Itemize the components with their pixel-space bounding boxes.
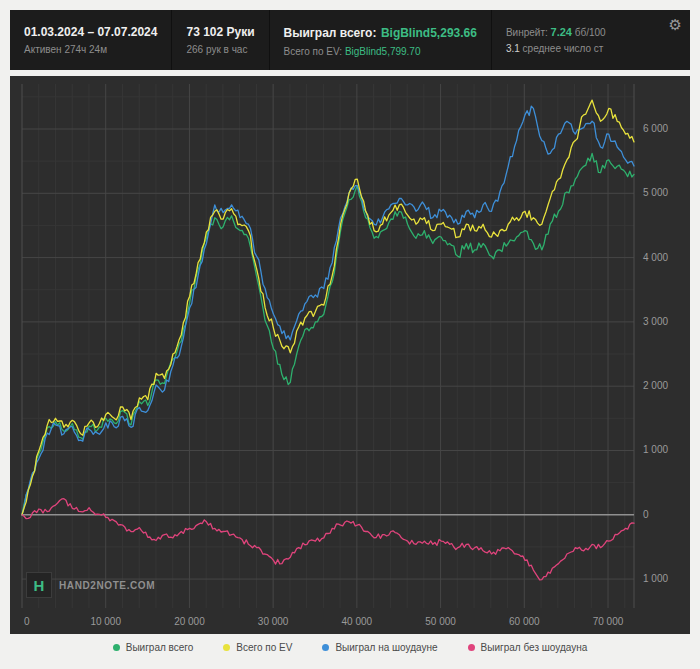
svg-text:4 000: 4 000 xyxy=(643,252,668,263)
svg-text:3 000: 3 000 xyxy=(643,316,668,327)
legend-label: Выиграл всего xyxy=(126,642,194,653)
ev-total-label: Всего по EV: xyxy=(284,46,343,57)
chart-legend: Выиграл всего Всего по EV Выиграл на шоу… xyxy=(10,634,690,653)
svg-text:70 000: 70 000 xyxy=(593,616,624,627)
date-range-section: 01.03.2024 – 07.07.2024 Активен 274ч 24м xyxy=(10,10,171,70)
legend-item-non-showdown[interactable]: Выиграл без шоудауна xyxy=(468,642,588,653)
svg-text:1 000: 1 000 xyxy=(643,573,668,584)
legend-item-won-total[interactable]: Выиграл всего xyxy=(113,642,194,653)
legend-label: Выиграл без шоудауна xyxy=(481,642,588,653)
svg-text:5 000: 5 000 xyxy=(643,187,668,198)
svg-text:0: 0 xyxy=(643,509,649,520)
logo-icon: H xyxy=(26,572,52,598)
legend-label: Выиграл на шоудауне xyxy=(335,642,437,653)
legend-item-ev-total[interactable]: Всего по EV xyxy=(223,642,292,653)
winrate-unit: бб/100 xyxy=(575,27,606,38)
won-total-label: Выиграл всего: xyxy=(284,26,377,40)
svg-text:10 000: 10 000 xyxy=(90,616,121,627)
equity-graph[interactable]: 6 0005 0004 0003 0002 0001 00001 000010 … xyxy=(10,76,690,634)
svg-text:2 000: 2 000 xyxy=(643,380,668,391)
active-time: Активен 274ч 24м xyxy=(24,44,157,55)
svg-text:6 000: 6 000 xyxy=(643,123,668,134)
hand2note-logo: H HAND2NOTE.COM xyxy=(26,572,155,598)
equity-graph-panel: 6 0005 0004 0003 0002 0001 00001 000010 … xyxy=(10,76,690,634)
svg-text:1 000: 1 000 xyxy=(643,444,668,455)
svg-text:20 000: 20 000 xyxy=(174,616,205,627)
avg-stat-label: среднее число ст xyxy=(523,43,604,54)
svg-text:40 000: 40 000 xyxy=(342,616,373,627)
legend-dot-pink xyxy=(468,644,475,651)
svg-text:60 000: 60 000 xyxy=(509,616,540,627)
hands-count: 73 102 Руки xyxy=(186,25,254,39)
svg-text:50 000: 50 000 xyxy=(425,616,456,627)
svg-text:30 000: 30 000 xyxy=(258,616,289,627)
legend-label: Всего по EV xyxy=(236,642,292,653)
logo-text: HAND2NOTE.COM xyxy=(59,580,155,591)
hands-section: 73 102 Руки 266 рук в час xyxy=(171,10,268,70)
date-range: 01.03.2024 – 07.07.2024 xyxy=(24,25,157,39)
winrate-section: Винрейт: 7.24 бб/100 3.1 среднее число с… xyxy=(491,10,620,70)
winrate-value: 7.24 xyxy=(551,26,572,38)
gear-icon[interactable]: ⚙ xyxy=(661,10,690,40)
stats-header: 01.03.2024 – 07.07.2024 Активен 274ч 24м… xyxy=(10,10,690,70)
won-total-value: BigBlind5,293.66 xyxy=(381,26,477,40)
avg-stat-value: 3.1 xyxy=(506,43,520,54)
legend-dot-blue xyxy=(322,644,329,651)
legend-dot-yellow xyxy=(223,644,230,651)
ev-total-value: BigBlind5,799.70 xyxy=(345,46,421,57)
legend-item-showdown[interactable]: Выиграл на шоудауне xyxy=(322,642,437,653)
hand2note-results-window: 01.03.2024 – 07.07.2024 Активен 274ч 24м… xyxy=(0,0,700,669)
hands-per-hour: 266 рук в час xyxy=(186,44,254,55)
winnings-section: Выиграл всего: BigBlind5,293.66 Всего по… xyxy=(269,10,491,70)
winrate-label: Винрейт: xyxy=(506,27,548,38)
legend-dot-green xyxy=(113,644,120,651)
svg-text:0: 0 xyxy=(24,616,30,627)
